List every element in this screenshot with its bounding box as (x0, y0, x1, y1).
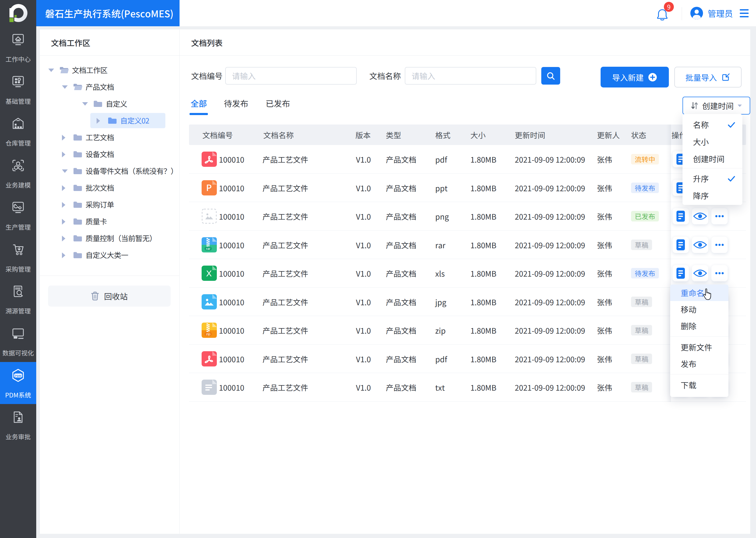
more-actions-button[interactable] (711, 208, 728, 224)
table-row[interactable]: 100010产品工艺文件V1.0产品文档pdf1.80MB2021-09-09 … (189, 145, 746, 174)
context-menu-item-发布[interactable]: 发布 (670, 355, 729, 372)
doc-name-input[interactable]: 请输入 (405, 67, 536, 84)
doc-name-label: 文档名称 (369, 67, 401, 84)
sort-menu-item-创建时间[interactable]: 创建时间 (683, 150, 742, 167)
table-row[interactable]: rar100010产品工艺文件V1.0产品文档rar1.80MB2021-09-… (189, 231, 746, 259)
sidebar-item-数据可视化[interactable]: 数据可视化 (0, 320, 36, 362)
context-menu-item-移动[interactable]: 移动 (670, 301, 729, 318)
tree-expand-arrow-icon[interactable] (62, 202, 65, 208)
more-actions-button[interactable] (711, 237, 728, 253)
search-button[interactable] (541, 67, 560, 84)
more-actions-button[interactable] (711, 265, 728, 281)
tree-node-批次文档[interactable]: 批次文档 (40, 180, 179, 196)
tree-node-自定义02[interactable]: 自定义02 (40, 112, 179, 129)
row-context-menu: 重命名移动删除更新文件发布下载 (670, 285, 729, 397)
table-row[interactable]: 100010产品工艺文件V1.0产品文档jpg1.80MB2021-09-09 … (189, 288, 746, 316)
check-icon (727, 175, 735, 183)
folder-closed-icon (73, 184, 82, 192)
tree-node-设备零件文档（系统没有？）[interactable]: 设备零件文档（系统没有？） (40, 163, 179, 180)
sort-menu-item-大小[interactable]: 大小 (683, 133, 742, 150)
tab-已发布[interactable]: 已发布 (266, 94, 290, 112)
cell-version: V1.0 (356, 174, 371, 202)
cell-format: jpg (435, 288, 446, 316)
preview-button[interactable] (692, 208, 708, 224)
svg-text:zip: zip (206, 331, 211, 336)
tree-collapse-arrow-icon[interactable] (62, 169, 68, 173)
table-row[interactable]: zip100010产品工艺文件V1.0产品文档zip1.80MB2021-09-… (189, 316, 746, 345)
user-avatar[interactable] (690, 7, 703, 20)
context-menu-item-重命名[interactable]: 重命名 (670, 285, 729, 301)
tree-node-采购订单[interactable]: 采购订单 (40, 196, 179, 213)
tab-全部[interactable]: 全部 (191, 94, 207, 112)
open-document-button[interactable] (673, 208, 689, 224)
tab-待发布[interactable]: 待发布 (224, 94, 248, 112)
doc-name-placeholder: 请输入 (412, 68, 435, 84)
tree-expand-arrow-icon[interactable] (97, 118, 100, 124)
tree-collapse-arrow-icon[interactable] (82, 102, 88, 106)
table-row[interactable]: 100010产品工艺文件V1.0产品文档pdf1.80MB2021-09-09 … (189, 345, 746, 373)
tree-expand-arrow-icon[interactable] (62, 152, 65, 157)
cell-doc-name: 产品工艺文件 (262, 288, 308, 316)
menu-hamburger-button[interactable] (740, 9, 749, 18)
recycle-bin-content: 回收站 (48, 286, 170, 306)
table-row[interactable]: 100010产品工艺文件V1.0产品文档png1.80MB2021-09-09 … (189, 202, 746, 231)
import-new-button[interactable]: 导入新建 (601, 67, 669, 87)
open-document-button[interactable] (673, 265, 689, 281)
notification-bell-button[interactable]: 9 (656, 5, 675, 22)
tree-node-label: 产品文档 (86, 81, 114, 92)
table-row[interactable]: X100010产品工艺文件V1.0产品文档xls1.80MB2021-09-09… (189, 259, 746, 288)
open-document-button[interactable] (673, 237, 689, 253)
sidebar-item-工作中心[interactable]: 工作中心 (0, 26, 36, 68)
recycle-bin-button[interactable]: 回收站 (48, 286, 170, 306)
doc-no-input[interactable]: 请输入 (225, 67, 357, 84)
cell-format: ppt (435, 174, 448, 202)
sidebar-item-仓库管理[interactable]: 仓库管理 (0, 110, 36, 152)
sidebar-item-PDM系统[interactable]: PDMPDM系统 (0, 362, 36, 404)
table-row[interactable]: 100010产品工艺文件V1.0产品文档txt1.80MB2021-09-09 … (189, 373, 746, 402)
cell-size: 1.80MB (470, 202, 496, 230)
sidebar-item-生产管理[interactable]: 生产管理 (0, 194, 36, 236)
preview-button[interactable] (692, 237, 708, 253)
tree-node-设备文档[interactable]: 设备文档 (40, 146, 179, 163)
batch-import-button[interactable]: 批量导入 (674, 67, 741, 87)
sidebar-item-基础管理[interactable]: 基础管理 (0, 68, 36, 110)
sort-order-item-降序[interactable]: 降序 (683, 187, 742, 204)
folder-open-icon (59, 66, 69, 74)
hamburger-bar (740, 16, 749, 17)
tree-expand-arrow-icon[interactable] (62, 252, 65, 258)
tree-node-质量控制（当前暂无）[interactable]: 质量控制（当前暂无） (40, 230, 179, 247)
sidebar-item-业务建模[interactable]: 业务建模 (0, 152, 36, 194)
context-menu-item-更新文件[interactable]: 更新文件 (670, 339, 729, 355)
context-menu-item-下载[interactable]: 下载 (670, 377, 729, 393)
tree-collapse-arrow-icon[interactable] (48, 69, 54, 72)
tree-node-产品文档[interactable]: 产品文档 (40, 79, 179, 95)
tree-node-工艺文档[interactable]: 工艺文档 (40, 129, 179, 146)
folder-closed-icon (73, 201, 82, 209)
sort-menu-item-名称[interactable]: 名称 (683, 116, 742, 133)
sort-order-item-升序[interactable]: 升序 (683, 170, 742, 187)
preview-button[interactable] (692, 265, 708, 281)
sidebar-item-label: 业务建模 (0, 180, 36, 189)
folder-closed-icon (73, 234, 82, 242)
tree-node-自定义[interactable]: 自定义 (40, 95, 179, 112)
tree-expand-arrow-icon[interactable] (62, 236, 65, 242)
tree-expand-arrow-icon[interactable] (62, 185, 65, 191)
cell-format: txt (435, 373, 445, 402)
table-row[interactable]: P100010产品工艺文件V1.0产品文档ppt1.80MB2021-09-09… (189, 174, 746, 202)
tree-expand-arrow-icon[interactable] (62, 219, 65, 225)
sort-button[interactable]: 创建时间 (683, 97, 750, 115)
tree-node-文档工作区[interactable]: 文档工作区 (40, 62, 179, 79)
sidebar-item-溯源管理[interactable]: 溯源管理 (0, 278, 36, 320)
doc-action-icon (673, 237, 689, 253)
context-menu-item-删除[interactable]: 删除 (670, 318, 729, 334)
cell-doc-no: 100010 (219, 231, 244, 259)
sidebar-item-业务审批[interactable]: 业务审批 (0, 404, 36, 446)
tree-collapse-arrow-icon[interactable] (62, 85, 68, 89)
sidebar-item-采购管理[interactable]: 采购管理 (0, 236, 36, 278)
cell-format: xls (435, 259, 445, 288)
user-name[interactable]: 管理员 (708, 0, 733, 26)
sidebar-item-label: 基础管理 (0, 96, 36, 106)
tree-expand-arrow-icon[interactable] (62, 135, 65, 140)
tree-node-自定义大类一[interactable]: 自定义大类一 (40, 247, 179, 263)
tree-node-质量卡[interactable]: 质量卡 (40, 213, 179, 230)
